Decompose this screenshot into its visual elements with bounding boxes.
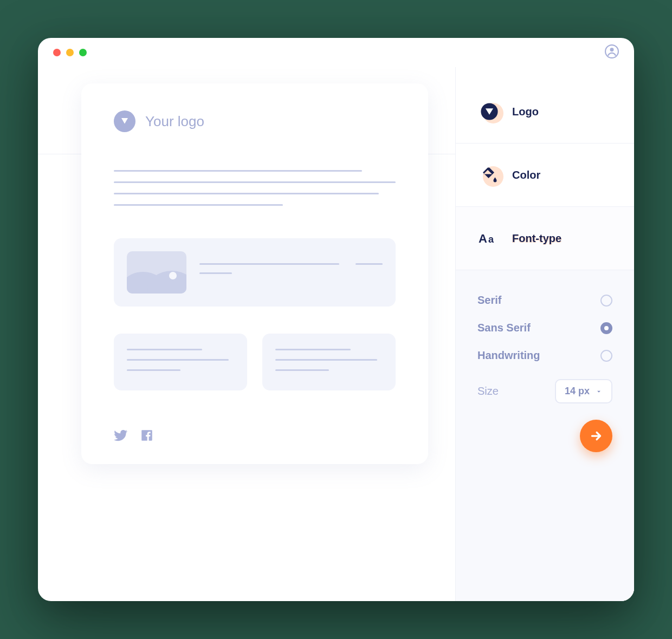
panel-section-label: Logo	[512, 106, 539, 118]
text-line	[275, 369, 329, 371]
settings-panel: Logo Color A a Font-type	[455, 67, 634, 601]
minimize-window-button[interactable]	[66, 49, 74, 56]
font-option-sans-serif[interactable]: Sans Serif	[477, 314, 612, 342]
text-line	[199, 263, 339, 265]
font-size-value: 14 px	[565, 386, 590, 397]
close-window-button[interactable]	[53, 49, 61, 56]
logo-section-icon	[477, 100, 501, 123]
logo-placeholder-label: Your logo	[145, 113, 204, 130]
canvas-area: Your logo	[38, 67, 455, 601]
panel-section-color[interactable]: Color	[456, 144, 634, 207]
text-line	[127, 369, 180, 371]
svg-text:a: a	[488, 234, 494, 245]
font-option-serif[interactable]: Serif	[477, 286, 612, 314]
text-line	[114, 170, 362, 172]
font-option-handwriting[interactable]: Handwriting	[477, 342, 612, 369]
text-line	[114, 193, 379, 194]
window-controls	[53, 49, 87, 56]
paint-bucket-icon	[480, 165, 499, 185]
two-column-placeholder	[114, 334, 396, 390]
aa-glyph-icon: A a	[479, 227, 500, 249]
text-line	[114, 181, 396, 183]
panel-section-label: Font-type	[512, 232, 561, 245]
font-option-label: Sans Serif	[477, 322, 531, 334]
media-text-placeholder	[199, 263, 383, 282]
logo-placeholder-row[interactable]: Your logo	[114, 110, 396, 132]
text-line	[127, 359, 229, 361]
panel-section-font-type[interactable]: A a Font-type	[456, 207, 634, 270]
svg-text:A: A	[479, 232, 487, 245]
card-placeholder	[262, 334, 396, 390]
text-line	[275, 349, 351, 350]
font-size-select[interactable]: 14 px	[555, 379, 612, 403]
card-placeholder	[114, 334, 247, 390]
app-window: Your logo	[38, 38, 634, 601]
text-line	[275, 359, 377, 361]
media-card-placeholder	[114, 238, 396, 307]
logo-mark-icon	[114, 110, 135, 132]
radio-selected[interactable]	[600, 322, 612, 334]
image-thumbnail-placeholder	[127, 251, 186, 294]
next-button[interactable]	[580, 420, 612, 452]
panel-section-label: Color	[512, 169, 540, 181]
facebook-icon	[140, 428, 154, 442]
arrow-right-icon	[589, 429, 603, 443]
svg-point-1	[610, 48, 614, 51]
text-line	[127, 349, 202, 350]
user-icon	[605, 44, 619, 58]
text-line	[114, 204, 283, 206]
chevron-down-icon	[595, 388, 603, 395]
panel-section-logo[interactable]: Logo	[456, 67, 634, 144]
color-section-icon	[477, 163, 501, 187]
text-line	[356, 263, 383, 265]
text-line	[199, 272, 232, 274]
font-options-panel: Serif Sans Serif Handwriting Size 14 px	[456, 270, 634, 601]
radio-unselected[interactable]	[600, 350, 612, 362]
page-preview-card: Your logo	[81, 83, 428, 464]
titlebar	[38, 38, 634, 67]
size-label: Size	[477, 385, 499, 397]
radio-unselected[interactable]	[600, 295, 612, 307]
font-size-row: Size 14 px	[477, 369, 612, 403]
font-option-label: Serif	[477, 294, 501, 307]
twitter-icon	[114, 428, 128, 442]
app-body: Your logo	[38, 67, 634, 601]
font-option-label: Handwriting	[477, 349, 540, 362]
paragraph-placeholder	[114, 170, 396, 206]
user-avatar[interactable]	[605, 44, 619, 61]
maximize-window-button[interactable]	[79, 49, 87, 56]
social-icons-placeholder	[114, 428, 396, 442]
font-section-icon: A a	[477, 226, 501, 250]
